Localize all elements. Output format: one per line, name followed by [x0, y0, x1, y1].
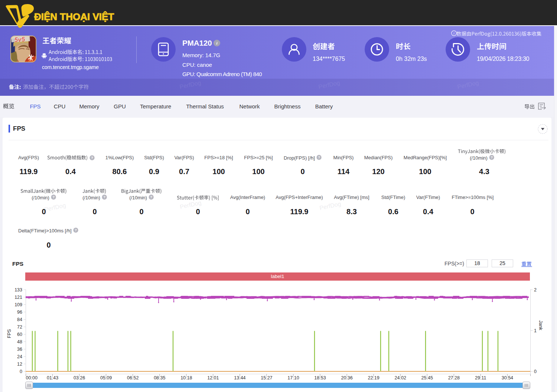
svg-text:?: ?: [91, 156, 93, 160]
svg-text:96: 96: [17, 310, 22, 315]
svg-text:25:45: 25:45: [421, 375, 433, 380]
svg-text:22:19: 22:19: [368, 375, 379, 380]
svg-text:17:10: 17:10: [287, 375, 299, 380]
svg-text:05:09: 05:09: [100, 375, 112, 380]
svg-text:FPS: FPS: [7, 329, 12, 338]
svg-text:12: 12: [17, 362, 22, 367]
svg-text:24: 24: [17, 354, 22, 359]
svg-text:2: 2: [534, 287, 537, 293]
svg-text:06:52: 06:52: [127, 375, 139, 380]
svg-text:Jank: Jank: [538, 320, 543, 330]
svg-text:?: ?: [318, 155, 320, 159]
svg-text:10:18: 10:18: [180, 375, 192, 380]
svg-text:48: 48: [17, 339, 22, 344]
svg-text:29:11: 29:11: [475, 375, 486, 380]
svg-text:18:53: 18:53: [314, 375, 326, 380]
svg-text:?: ?: [103, 195, 105, 199]
svg-text:121: 121: [14, 295, 22, 300]
svg-text:00:00: 00:00: [26, 375, 38, 380]
svg-text:1: 1: [534, 328, 537, 333]
svg-text:60: 60: [17, 332, 22, 337]
svg-text:12:01: 12:01: [207, 375, 219, 380]
svg-text:01:43: 01:43: [47, 375, 58, 380]
svg-text:0: 0: [534, 369, 537, 374]
svg-text:5v5: 5v5: [14, 36, 25, 43]
svg-text:133: 133: [14, 287, 22, 293]
svg-text:36: 36: [17, 347, 22, 352]
svg-text:24:02: 24:02: [395, 375, 406, 380]
svg-text:72: 72: [17, 324, 22, 330]
svg-text:84: 84: [17, 317, 22, 322]
svg-text:0: 0: [20, 369, 22, 374]
svg-text:20:36: 20:36: [341, 375, 352, 380]
svg-text:13:44: 13:44: [234, 375, 245, 380]
svg-text:109: 109: [14, 302, 22, 307]
svg-text:?: ?: [75, 228, 77, 232]
svg-text:27:28: 27:28: [448, 375, 460, 380]
svg-text:i: i: [453, 31, 455, 35]
svg-text:?: ?: [150, 195, 152, 199]
svg-text:03:26: 03:26: [74, 375, 85, 380]
svg-text:?: ?: [52, 195, 55, 199]
svg-text:30:54: 30:54: [502, 375, 513, 380]
svg-text:08:35: 08:35: [154, 375, 165, 380]
svg-text:?: ?: [491, 155, 493, 159]
svg-text:15:27: 15:27: [261, 375, 272, 380]
